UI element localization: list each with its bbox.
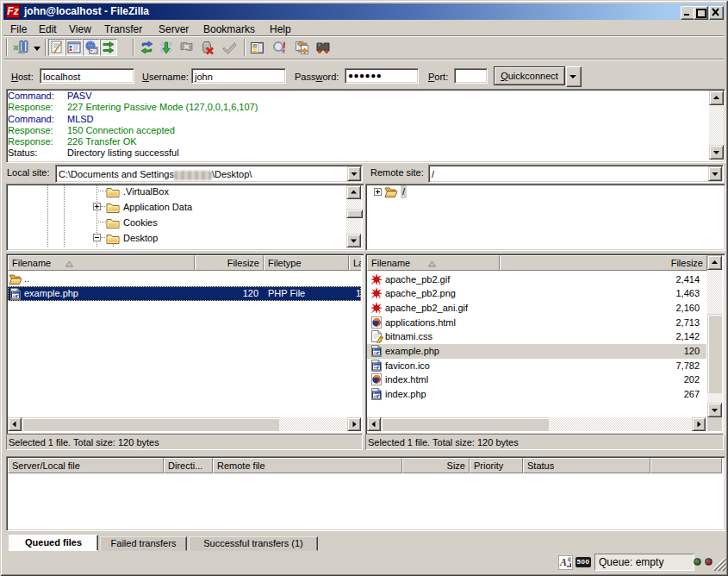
svg-text:A: A [559, 556, 567, 568]
